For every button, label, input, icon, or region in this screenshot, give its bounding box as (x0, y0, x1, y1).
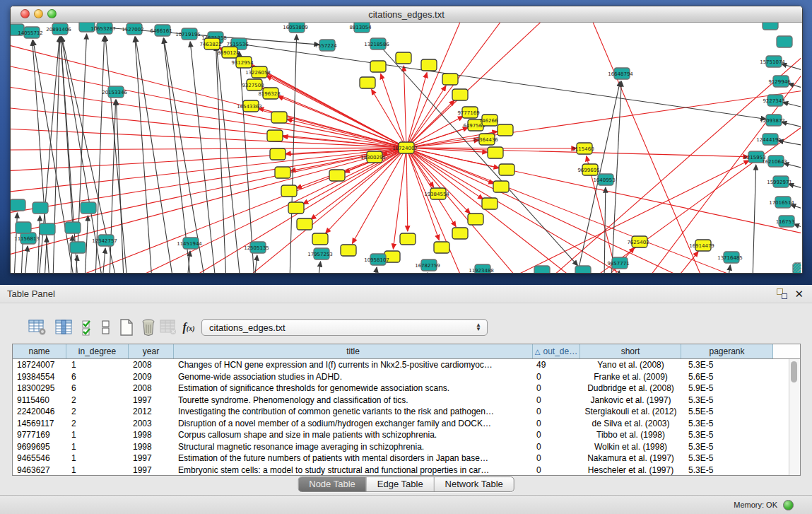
graph-node[interactable] (40, 223, 55, 235)
graph-node[interactable] (468, 214, 483, 225)
table-cell: Nakamura et al. (1997) (580, 452, 681, 465)
graph-node[interactable] (275, 167, 290, 178)
graph-node[interactable] (267, 130, 283, 141)
graph-node[interactable] (434, 242, 449, 253)
column-edit-icon[interactable] (54, 316, 75, 339)
network-canvas[interactable]: 1872400714055712208914061065328715270026… (11, 23, 802, 273)
column-header-year[interactable]: year (129, 344, 174, 358)
network-svg[interactable]: 1872400714055712208914061065328715270026… (11, 23, 801, 273)
graph-node-label: 8813054 (349, 25, 372, 30)
table-selector[interactable]: citations_edges.txt ▲▼ (201, 319, 488, 336)
table-cell: 1997 (129, 395, 174, 407)
graph-node[interactable] (270, 148, 286, 160)
graph-node[interactable] (70, 242, 86, 253)
tab-node-table[interactable]: Node Table (298, 477, 366, 491)
graph-node[interactable] (396, 52, 411, 64)
graph-node[interactable] (482, 198, 498, 209)
graph-node[interactable] (271, 112, 287, 123)
graph-node[interactable] (65, 222, 81, 233)
graph-node[interactable] (493, 181, 509, 192)
table-cell: 1997 (129, 465, 174, 477)
delete-table-icon[interactable] (139, 316, 158, 339)
function-builder-icon[interactable]: f(x) (178, 316, 199, 339)
table-row[interactable]: 977716911998Corpus callosum shape and si… (13, 429, 800, 441)
float-window-icon[interactable] (777, 288, 787, 299)
table-row[interactable]: 2242004622012Investigating the contribut… (13, 406, 800, 418)
tab-edge-table[interactable]: Edge Table (366, 477, 434, 491)
graph-node[interactable] (16, 222, 31, 233)
graph-node[interactable] (452, 228, 468, 239)
table-cell: 0 (533, 395, 580, 407)
graph-node[interactable] (81, 202, 96, 214)
graph-node[interactable] (341, 245, 356, 256)
column-header-name[interactable]: name (13, 344, 66, 358)
table-row[interactable]: 946362711997Embryonic stem cells: a mode… (13, 465, 800, 477)
table-scrollbar-thumb[interactable] (791, 361, 797, 382)
new-table-icon[interactable] (117, 316, 136, 339)
table-row[interactable]: 1872400712008Changes of HCN gene express… (13, 359, 800, 371)
graph-node[interactable] (777, 36, 792, 47)
graph-node[interactable] (575, 266, 591, 273)
table-cell: Structural magnetic resonance image aver… (174, 441, 533, 453)
select-all-icon[interactable] (80, 316, 98, 339)
table-row[interactable]: 1830029562008Estimation of significance … (13, 382, 800, 395)
memory-ok-indicator (783, 500, 794, 510)
zoom-window-button[interactable] (47, 9, 57, 18)
graph-node[interactable] (400, 233, 416, 245)
graph-node-label: 11451944 (177, 241, 202, 247)
network-window[interactable]: citations_edges.txt 18724007140557122089… (10, 6, 803, 274)
column-header-title[interactable]: title (174, 344, 533, 358)
close-window-button[interactable] (20, 9, 30, 18)
graph-node[interactable] (312, 233, 328, 245)
table-panel-title: Table Panel (0, 288, 777, 299)
table-scrollbar[interactable] (789, 359, 800, 475)
graph-node[interactable] (288, 202, 304, 214)
graph-node[interactable] (488, 147, 503, 158)
table-type-tabs: Node TableEdge TableNetwork Table (298, 477, 514, 492)
table-cell: 0 (533, 452, 580, 465)
close-panel-icon[interactable]: ✕ (794, 288, 804, 299)
window-resize-grip[interactable] (792, 263, 801, 272)
graph-node[interactable] (281, 185, 297, 197)
table-settings-icon[interactable] (27, 316, 48, 339)
column-header-pagerank[interactable]: pagerank (681, 344, 773, 358)
table-row[interactable]: 1456911722003Disruption of a novel membe… (13, 418, 800, 430)
column-header-in_degree[interactable]: in_degree (66, 344, 129, 358)
table-row[interactable]: 946554611997Estimation of the future num… (13, 452, 800, 465)
table-row[interactable]: 969969511998Structural magnetic resonanc… (13, 441, 800, 453)
graph-node[interactable] (421, 59, 437, 71)
graph-node[interactable] (534, 266, 550, 273)
graph-node[interactable] (297, 218, 312, 230)
table-cell: 5.3E-5 (681, 359, 773, 371)
graph-node[interactable] (442, 74, 458, 85)
network-window-titlebar[interactable]: citations_edges.txt (11, 6, 802, 23)
column-header-out_de[interactable]: △out_de… (533, 344, 580, 358)
combo-stepper-icon: ▲▼ (471, 323, 487, 332)
table-row[interactable]: 911546021997Tourette syndrome. Phenomeno… (13, 395, 800, 407)
row-height-icon[interactable] (100, 316, 112, 339)
graph-node[interactable] (499, 164, 514, 175)
graph-node[interactable] (33, 202, 48, 214)
table-cell: Corpus callosum shape and size in male p… (174, 429, 533, 441)
graph-node[interactable] (498, 124, 513, 136)
graph-node[interactable] (11, 199, 25, 211)
table-row[interactable]: 1938455462009Genome-wide association stu… (13, 371, 800, 383)
graph-node[interactable] (452, 89, 468, 100)
tab-network-table[interactable]: Network Table (434, 477, 514, 491)
column-header-short[interactable]: short (580, 344, 681, 358)
graph-node-label: 16543363 (237, 104, 262, 110)
status-bar: Memory: OK (0, 495, 812, 514)
graph-node-label: 13218586 (364, 42, 389, 47)
graph-node[interactable] (763, 23, 778, 30)
table-cell: 2 (66, 406, 129, 418)
graph-node-label: 18300295 (360, 155, 386, 160)
graph-node[interactable] (329, 170, 345, 181)
import-table-icon[interactable] (158, 316, 178, 339)
graph-node[interactable] (360, 77, 375, 88)
graph-node-label: 16648794 (608, 71, 633, 77)
table-cell: 2008 (129, 359, 174, 371)
graph-node[interactable] (370, 61, 386, 72)
graph-node-label: 15751074 (760, 59, 785, 65)
table-cell: Franke et al. (2009) (580, 371, 681, 383)
minimize-window-button[interactable] (34, 9, 43, 18)
